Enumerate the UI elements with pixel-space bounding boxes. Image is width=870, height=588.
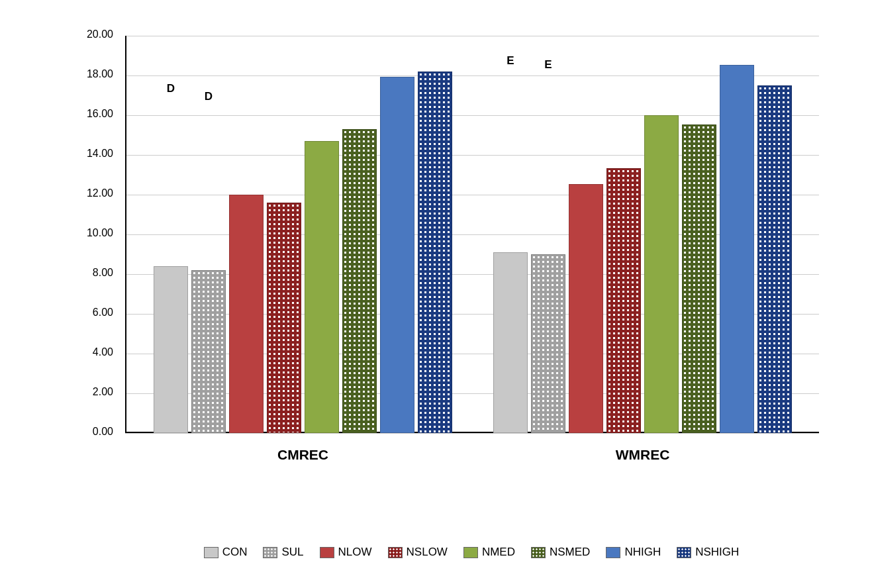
bar-stat-label-1-1: E — [544, 58, 552, 72]
group-label-1: WMREC — [616, 447, 670, 463]
legend-item-CON: CON — [204, 546, 248, 559]
bar-0-0 — [154, 266, 188, 433]
y-tick-6: 12.00 — [87, 188, 119, 199]
legend-swatch-NSLOW — [388, 547, 403, 558]
group-label-0: CMREC — [277, 447, 328, 463]
y-tick-5: 10.00 — [87, 228, 119, 238]
bar-1-1 — [531, 254, 565, 433]
y-tick-3: 6.00 — [93, 307, 119, 318]
legend-swatch-CON — [204, 547, 218, 558]
legend-swatch-NHIGH — [606, 547, 620, 558]
bar-group-1: EEDCDABCBCAABWMREC — [493, 65, 793, 434]
legend-item-NSHIGH: NSHIGH — [677, 546, 739, 559]
bar-wrapper-1-0: E — [493, 252, 528, 433]
bar-wrapper-0-0: D — [154, 266, 188, 433]
bar-wrapper-0-7: A — [418, 72, 452, 433]
bar-0-3 — [267, 203, 301, 433]
bar-0-5 — [342, 129, 377, 433]
bar-stat-label-0-1: D — [205, 90, 213, 103]
legend-label-NMED: NMED — [482, 546, 515, 559]
legend-item-SUL: SUL — [263, 546, 303, 559]
y-tick-7: 14.00 — [87, 148, 119, 159]
legend-swatch-NMED — [463, 547, 478, 558]
y-tick-2: 4.00 — [93, 347, 119, 358]
grid-and-bars: 0.002.004.006.008.0010.0012.0014.0016.00… — [84, 36, 819, 433]
legend-label-CON: CON — [222, 546, 248, 559]
bar-1-7 — [757, 85, 792, 433]
legend-item-NSMED: NSMED — [531, 546, 590, 559]
bar-group-0: DDCCBBAACMREC — [153, 72, 453, 433]
legend: CONSULNLOWNSLOWNMEDNSMEDNHIGHNSHIGH — [84, 546, 819, 559]
bars-area: DDCCBBAACMRECEEDCDABCBCAABWMREC — [126, 36, 819, 433]
legend-swatch-NSMED — [531, 547, 546, 558]
bar-wrapper-0-1: D — [191, 270, 226, 433]
bar-wrapper-1-4: ABC — [644, 115, 679, 433]
chart-inner: 0.002.004.006.008.0010.0012.0014.0016.00… — [84, 36, 819, 559]
chart-container: 0.002.004.006.008.0010.0012.0014.0016.00… — [38, 23, 832, 565]
bar-wrapper-1-1: E — [531, 254, 565, 433]
bar-wrapper-0-6: A — [380, 77, 414, 434]
grid-line-0 — [125, 433, 819, 434]
legend-swatch-NSHIGH — [677, 547, 691, 558]
bar-wrapper-1-3: CD — [606, 168, 641, 434]
legend-label-NHIGH: NHIGH — [624, 546, 661, 559]
bar-1-5 — [682, 124, 716, 434]
bar-0-4 — [305, 141, 339, 433]
y-tick-8: 16.00 — [87, 109, 119, 119]
y-tick-0: 0.00 — [93, 426, 119, 437]
y-tick-9: 18.00 — [87, 69, 119, 79]
legend-item-NSLOW: NSLOW — [388, 546, 448, 559]
legend-item-NHIGH: NHIGH — [606, 546, 661, 559]
bar-1-6 — [720, 65, 754, 434]
bar-stat-label-0-0: D — [167, 82, 175, 95]
y-tick-1: 2.00 — [93, 387, 119, 397]
y-tick-labels: 0.002.004.006.008.0010.0012.0014.0016.00… — [84, 36, 122, 433]
y-axis-label — [51, 36, 84, 559]
legend-label-NSLOW: NSLOW — [407, 546, 448, 559]
bar-wrapper-1-2: D — [569, 184, 603, 434]
bar-wrapper-1-5: BC — [682, 124, 716, 434]
bar-stat-label-1-0: E — [507, 54, 514, 68]
legend-item-NLOW: NLOW — [320, 546, 372, 559]
bar-1-0 — [493, 252, 528, 433]
bar-wrapper-1-7: AB — [757, 85, 792, 433]
legend-item-NMED: NMED — [463, 546, 515, 559]
legend-swatch-SUL — [263, 547, 277, 558]
bar-0-7 — [418, 72, 452, 433]
bar-wrapper-1-6: A — [720, 65, 754, 434]
bar-1-2 — [569, 184, 603, 434]
plot-area: 0.002.004.006.008.0010.0012.0014.0016.00… — [84, 36, 819, 503]
bar-1-4 — [644, 115, 679, 433]
bar-wrapper-0-5: B — [342, 129, 377, 433]
bar-0-1 — [191, 270, 226, 433]
bar-0-6 — [380, 77, 414, 434]
y-tick-10: 20.00 — [87, 29, 119, 40]
legend-label-NLOW: NLOW — [338, 546, 372, 559]
legend-swatch-NLOW — [320, 547, 334, 558]
legend-label-NSHIGH: NSHIGH — [695, 546, 739, 559]
legend-label-SUL: SUL — [281, 546, 303, 559]
bar-1-3 — [606, 168, 641, 434]
chart-area: 0.002.004.006.008.0010.0012.0014.0016.00… — [51, 36, 819, 559]
bar-0-2 — [229, 195, 264, 433]
bar-wrapper-0-3: C — [267, 203, 301, 433]
legend-label-NSMED: NSMED — [550, 546, 590, 559]
bar-wrapper-0-2: C — [229, 195, 264, 433]
y-tick-4: 8.00 — [93, 268, 119, 278]
bar-wrapper-0-4: B — [305, 141, 339, 433]
